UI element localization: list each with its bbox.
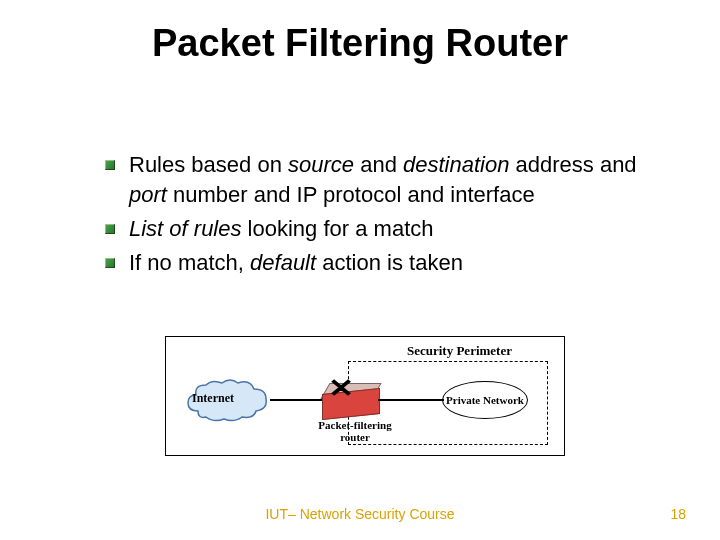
router-label: Packet-filtering router <box>314 419 396 443</box>
bullet-text: List of rules looking for a match <box>129 214 433 244</box>
bullet-text: If no match, default action is taken <box>129 248 463 278</box>
private-network-label: Private Network <box>446 394 524 406</box>
slide-title: Packet Filtering Router <box>0 22 720 65</box>
slide: Packet Filtering Router Rules based on s… <box>0 0 720 540</box>
bullet-icon <box>105 258 115 268</box>
network-diagram: Security Perimeter Internet ✕ Packet-fil… <box>165 336 565 456</box>
bullet-icon <box>105 224 115 234</box>
private-network-node: Private Network <box>442 381 528 419</box>
router-arrows-icon: ✕ <box>328 373 354 404</box>
bullet-text: Rules based on source and destination ad… <box>129 150 645 210</box>
bullet-icon <box>105 160 115 170</box>
page-number: 18 <box>670 506 686 522</box>
bullet-list: Rules based on source and destination ad… <box>105 150 645 282</box>
footer-text: IUT– Network Security Course <box>0 506 720 522</box>
list-item: List of rules looking for a match <box>105 214 645 244</box>
link-line <box>378 399 444 401</box>
list-item: If no match, default action is taken <box>105 248 645 278</box>
internet-label: Internet <box>192 391 234 406</box>
security-perimeter-label: Security Perimeter <box>407 343 512 359</box>
list-item: Rules based on source and destination ad… <box>105 150 645 210</box>
link-line <box>270 399 322 401</box>
